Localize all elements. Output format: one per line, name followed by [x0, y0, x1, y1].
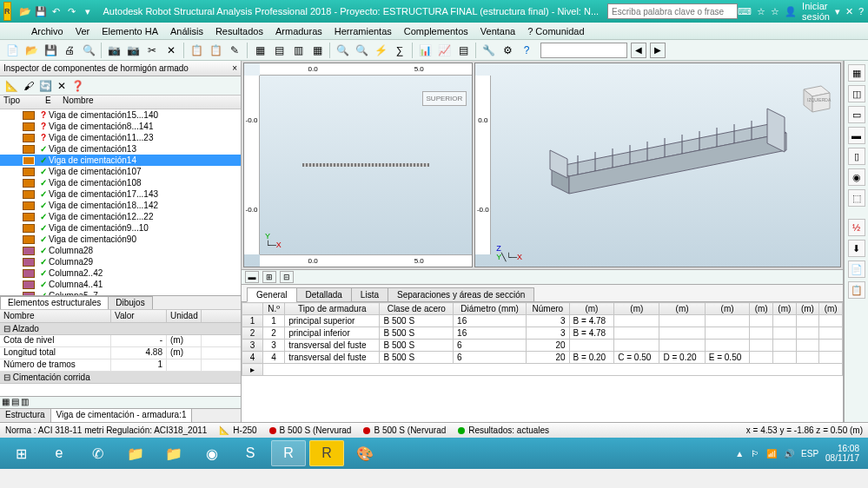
user-icon[interactable]: 👤 [785, 6, 797, 17]
exchange-icon[interactable]: ✕ [845, 6, 853, 17]
star-icon[interactable]: ☆ [757, 6, 765, 17]
grid-header[interactable]: Tipo de armadura [285, 303, 380, 315]
qat-undo-icon[interactable]: ↶ [50, 4, 63, 18]
menu-elemento-ha[interactable]: Elemento HA [102, 26, 158, 36]
nav-next-button[interactable]: ▶ [650, 43, 666, 58]
grid-row[interactable]: 44transversal del fusteB 500 S620B = 0.2… [242, 352, 843, 364]
tb-ie-icon[interactable]: e [42, 440, 76, 466]
menu-analisis[interactable]: Análisis [170, 26, 203, 36]
tree-item[interactable]: ✓Viga de cimentación90 [0, 234, 241, 245]
grid-header[interactable]: (m) [796, 303, 819, 315]
dtab-lista[interactable]: Lista [351, 287, 388, 302]
grid-header[interactable]: (m) [614, 303, 659, 315]
tray-clock[interactable]: 16:0808/11/17 [825, 444, 859, 463]
tray-up-icon[interactable]: ▲ [735, 449, 744, 458]
insp-info-icon[interactable]: ❓ [71, 80, 84, 92]
grid-new-row[interactable]: ▸ [242, 364, 263, 376]
tb-window3-icon[interactable]: ▥ [289, 42, 307, 59]
tb-chrome-icon[interactable]: ◉ [195, 440, 229, 466]
vt-1-icon[interactable]: ▬ [245, 271, 259, 283]
tray-vol-icon[interactable]: 🔊 [784, 449, 794, 458]
keyshot-icon[interactable]: ⌨ [738, 6, 752, 17]
qat-redo-icon[interactable]: ↷ [65, 4, 79, 18]
tb-save-icon[interactable]: 💾 [42, 42, 59, 59]
tree-item[interactable]: ?Viga de cimentación15...140 [0, 109, 241, 121]
rtb-10-icon[interactable]: 📄 [848, 260, 865, 278]
menu-ventana[interactable]: Ventana [480, 26, 515, 36]
tray-flag-icon[interactable]: 🏳 [751, 449, 759, 458]
tray-lang[interactable]: ESP [801, 449, 818, 458]
grid-row[interactable]: 22principal inferiorB 500 S163B = 4.78 [242, 327, 843, 340]
lp-tool2-icon[interactable]: ▤ [11, 397, 19, 408]
prop-row[interactable]: Cota de nivel-(m) [0, 335, 241, 347]
search-input[interactable] [607, 3, 738, 19]
insp-filter-icon[interactable]: 📐 [5, 80, 18, 92]
insp-refresh-icon[interactable]: 🔄 [39, 80, 52, 92]
layout-combo[interactable] [540, 43, 627, 58]
rtb-3-icon[interactable]: ▭ [848, 106, 865, 123]
rtb-11-icon[interactable]: 📋 [848, 281, 865, 299]
menu-comunidad[interactable]: ? Comunidad [527, 26, 584, 36]
inspector-tree[interactable]: ?Viga de cimentación15...140?Viga de cim… [0, 109, 241, 295]
menu-ver[interactable]: Ver [76, 26, 90, 36]
grid-header[interactable]: Diámetro (mm) [454, 303, 527, 315]
prop-group-cimentacion[interactable]: ⊟ Cimentación corrida [0, 372, 241, 384]
tb-open-icon[interactable]: 📂 [23, 42, 40, 59]
star2-icon[interactable]: ☆ [771, 6, 779, 17]
insp-delete-icon[interactable]: ✕ [57, 80, 66, 92]
menu-herramientas[interactable]: Herramientas [335, 26, 392, 36]
grid-header[interactable]: Número [527, 303, 569, 315]
tb-calc-icon[interactable]: ∑ [391, 42, 408, 59]
tb-tools-icon[interactable]: 🔧 [480, 42, 497, 59]
menu-complementos[interactable]: Complementos [404, 26, 468, 36]
rtb-6-icon[interactable]: ◉ [848, 168, 865, 186]
grid-header[interactable]: (m) [705, 303, 750, 315]
start-button[interactable]: ⊞ [3, 440, 38, 466]
tree-item[interactable]: ?Viga de cimentación8...141 [0, 121, 241, 132]
qat-dropdown-icon[interactable]: ▾ [81, 4, 95, 18]
tree-item[interactable]: ✓Columna28 [0, 245, 241, 256]
grid-row[interactable]: 11principal superiorB 500 S163B = 4.78 [242, 315, 843, 327]
lp-tool1-icon[interactable]: ▦ [2, 397, 10, 408]
tb-explorer2-icon[interactable]: 📁 [156, 440, 191, 466]
tree-item[interactable]: ✓Viga de cimentación12...22 [0, 211, 241, 222]
tree-item[interactable]: ✓Viga de cimentación14 [0, 155, 241, 166]
tree-item[interactable]: ✓Columna2..42 [0, 267, 241, 279]
tb-cut-icon[interactable]: ✂ [143, 42, 161, 59]
prop-group-alzado[interactable]: ⊟ Alzado [0, 323, 241, 335]
tree-item[interactable]: ✓Columna4..41 [0, 279, 241, 290]
grid-header[interactable]: Clase de acero [380, 303, 454, 315]
grid-row[interactable]: 33transversal del fusteB 500 S620 [242, 340, 843, 352]
tb-table-icon[interactable]: ▤ [454, 42, 472, 59]
tb-chart-icon[interactable]: 📈 [435, 42, 453, 59]
tree-item[interactable]: ✓Columna29 [0, 256, 241, 267]
menu-resultados[interactable]: Resultados [215, 26, 263, 36]
tb-edit-icon[interactable]: ✎ [226, 42, 243, 59]
tb-flash-icon[interactable]: ⚡ [372, 42, 389, 59]
qat-save-icon[interactable]: 💾 [34, 4, 48, 18]
dtab-detallada[interactable]: Detallada [296, 287, 352, 302]
insp-brush-icon[interactable]: 🖌 [23, 80, 34, 92]
tb-new-icon[interactable]: 📄 [3, 42, 21, 59]
qat-open-icon[interactable]: 📂 [18, 4, 32, 18]
menu-archivo[interactable]: Archivo [31, 26, 63, 36]
prop-row[interactable]: Número de tramos1 [0, 359, 241, 372]
rtb-4-icon[interactable]: ▬ [848, 127, 865, 144]
grid-header[interactable]: (m) [773, 303, 797, 315]
prop-row[interactable]: Longitud total4.88(m) [0, 347, 241, 359]
tree-item[interactable]: ✓Viga de cimentación108 [0, 177, 241, 188]
tb-preview-icon[interactable]: 🔍 [80, 42, 97, 59]
tree-item[interactable]: ✓Viga de cimentación17...143 [0, 188, 241, 200]
tb-grid-icon[interactable]: ▦ [308, 42, 326, 59]
data-grid[interactable]: N.ºTipo de armaduraClase de aceroDiámetr… [242, 302, 843, 422]
inspector-close-icon[interactable]: × [232, 63, 237, 73]
grid-header[interactable]: N.º [263, 303, 285, 315]
lp-tool3-icon[interactable]: ▥ [21, 397, 29, 408]
rtb-8-icon[interactable]: ½ [848, 219, 865, 236]
tb-settings-icon[interactable]: ⚙ [499, 42, 516, 59]
grid-header[interactable]: (m) [819, 303, 843, 315]
tb-zoomwin-icon[interactable]: 🔍 [353, 42, 370, 59]
dtab-estructura[interactable]: Estructura [0, 409, 51, 422]
tb-whatsapp-icon[interactable]: ✆ [80, 440, 115, 466]
tb-copy-icon[interactable]: 📋 [188, 42, 205, 59]
